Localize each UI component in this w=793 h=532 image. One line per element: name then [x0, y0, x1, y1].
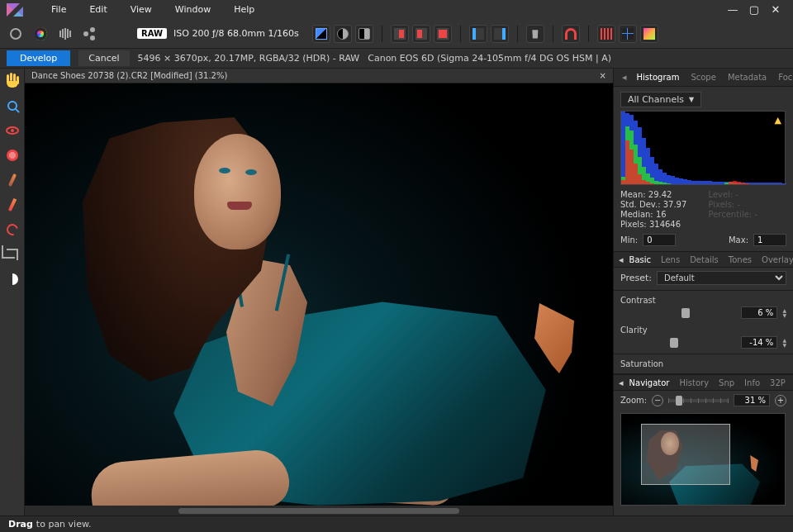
- trash-icon[interactable]: [526, 25, 544, 43]
- max-label: Max:: [729, 235, 748, 245]
- tab-lens[interactable]: Lens: [657, 254, 684, 266]
- canvas-area: Dance Shoes 20738 (2).CR2 [Modified] (31…: [25, 69, 613, 515]
- clarity-value[interactable]: [741, 336, 777, 349]
- tab-metadata[interactable]: Metadata: [723, 70, 772, 84]
- hand-tool-icon[interactable]: [4, 73, 21, 89]
- horizontal-scrollbar[interactable]: [25, 506, 613, 515]
- document-tab-label: Dance Shoes 20738 (2).CR2 [Modified] (31…: [31, 71, 227, 80]
- toolbar: RAW ISO 200 ƒ/8 68.0mm 1/160s: [0, 19, 793, 49]
- clarity-label: Clarity: [620, 325, 786, 335]
- preset-label: Preset:: [620, 273, 652, 283]
- brush-tool-icon[interactable]: [4, 172, 21, 188]
- crop-tool-icon[interactable]: [4, 246, 21, 263]
- min-input[interactable]: [643, 234, 676, 246]
- contrast-value[interactable]: [741, 306, 777, 319]
- clipping-warning-icon: ▲: [775, 115, 781, 126]
- magnet-icon[interactable]: [562, 25, 580, 43]
- menu-window[interactable]: Window: [164, 1, 222, 18]
- preset-select[interactable]: Default: [657, 271, 786, 285]
- zoom-tool-icon[interactable]: [4, 97, 21, 114]
- zoom-in-button[interactable]: +: [775, 395, 786, 406]
- raw-badge: RAW: [137, 28, 167, 39]
- step-down-icon[interactable]: ▼: [782, 313, 786, 318]
- single-view-icon[interactable]: [312, 25, 330, 43]
- split-circle-icon[interactable]: [334, 25, 352, 43]
- redeye-tool-icon[interactable]: [4, 122, 21, 139]
- tab-snp[interactable]: Snp: [715, 377, 738, 389]
- tab-navigator[interactable]: Navigator: [625, 377, 674, 389]
- tab-details[interactable]: Details: [686, 254, 723, 266]
- tab-history[interactable]: History: [675, 377, 713, 389]
- menu-edit[interactable]: Edit: [78, 1, 118, 18]
- channel-value: All Channels: [628, 94, 684, 105]
- clip-both-icon[interactable]: [434, 25, 452, 43]
- histogram-chart[interactable]: ▲: [620, 111, 786, 185]
- left-toolbox: [0, 69, 25, 515]
- zoom-out-button[interactable]: −: [652, 395, 663, 406]
- selection-tool-icon[interactable]: [4, 221, 21, 238]
- tab-scope[interactable]: Scope: [686, 70, 720, 84]
- menu-file[interactable]: File: [40, 1, 78, 18]
- navigator-thumbnail[interactable]: [620, 413, 786, 506]
- navigator-panel-tabs: ◂ Navigator History Snp Info 32P: [614, 374, 793, 391]
- cancel-button[interactable]: Cancel: [78, 50, 129, 66]
- info-bar: Develop Cancel 5496 × 3670px, 20.17MP, R…: [0, 49, 793, 69]
- overlay-brush-icon[interactable]: [4, 197, 21, 213]
- bars-icon[interactable]: [597, 25, 615, 43]
- tab-focus[interactable]: Focus: [773, 70, 793, 84]
- clip-shadow-icon[interactable]: [391, 25, 409, 43]
- develop-button[interactable]: Develop: [7, 50, 70, 66]
- panel-collapse-icon[interactable]: ◂: [619, 378, 624, 388]
- channel-dropdown[interactable]: All Channels ▼: [620, 92, 701, 107]
- status-bar: Drag to pan view.: [0, 515, 793, 532]
- menu-help[interactable]: Help: [222, 1, 266, 18]
- window-maximize-icon[interactable]: ▢: [743, 0, 765, 19]
- app-logo-icon: [7, 3, 25, 17]
- split-square-icon[interactable]: [355, 25, 373, 43]
- share-icon[interactable]: [81, 25, 99, 43]
- tab-histogram[interactable]: Histogram: [632, 70, 685, 84]
- mirror-icon[interactable]: [56, 25, 74, 43]
- tab-info[interactable]: Info: [740, 377, 764, 389]
- panel-collapse-icon[interactable]: ◂: [619, 254, 624, 265]
- menu-bar: File Edit View Window Help — ▢ ✕: [0, 0, 793, 19]
- right-panels: ◂ Histogram Scope Metadata Focus All Cha…: [613, 69, 793, 515]
- tab-32p[interactable]: 32P: [766, 377, 790, 389]
- histogram-panel-tabs: ◂ Histogram Scope Metadata Focus: [614, 69, 793, 87]
- document-tab[interactable]: Dance Shoes 20738 (2).CR2 [Modified] (31…: [25, 69, 613, 83]
- clip-highlight-icon[interactable]: [412, 25, 430, 43]
- contrast-label: Contrast: [620, 296, 786, 305]
- zoom-value[interactable]: [734, 394, 770, 406]
- status-action: Drag: [8, 519, 33, 530]
- contrast-slider[interactable]: [620, 311, 736, 315]
- panel-left-icon[interactable]: [469, 25, 487, 43]
- zoom-slider[interactable]: [668, 399, 729, 402]
- window-close-icon[interactable]: ✕: [765, 0, 786, 19]
- tab-basic[interactable]: Basic: [625, 254, 655, 266]
- grid-icon[interactable]: [619, 25, 637, 43]
- photo-content: [50, 142, 578, 506]
- develop-panel-tabs: ◂ Basic Lens Details Tones Overlays: [614, 251, 793, 268]
- tab-tones[interactable]: Tones: [724, 254, 756, 266]
- min-label: Min:: [620, 235, 638, 245]
- max-input[interactable]: [753, 234, 786, 246]
- gradient-icon[interactable]: [640, 25, 658, 43]
- tab-close-icon[interactable]: ×: [600, 71, 606, 80]
- step-down-icon[interactable]: ▼: [782, 343, 786, 348]
- panel-right-icon[interactable]: [491, 25, 509, 43]
- tab-overlays[interactable]: Overlays: [757, 254, 793, 266]
- canvas-viewport[interactable]: [25, 83, 613, 506]
- navigator-viewport-box[interactable]: [641, 424, 730, 485]
- menu-view[interactable]: View: [119, 1, 164, 18]
- shoot-info: ISO 200 ƒ/8 68.0mm 1/160s: [173, 28, 299, 39]
- blemish-tool-icon[interactable]: [4, 147, 21, 164]
- chevron-down-icon: ▼: [689, 96, 694, 103]
- persona-btn[interactable]: [7, 25, 25, 43]
- image-dimensions: 5496 × 3670px, 20.17MP, RGBA/32 (HDR) - …: [138, 53, 360, 64]
- whitebalance-tool-icon[interactable]: [4, 271, 21, 287]
- camera-meta: Canon EOS 6D (Sigma 24-105mm f/4 DG OS H…: [368, 53, 611, 64]
- clarity-slider[interactable]: [620, 341, 736, 344]
- color-swirl-icon[interactable]: [31, 25, 50, 43]
- panel-collapse-icon[interactable]: ◂: [619, 72, 630, 83]
- window-minimize-icon[interactable]: —: [722, 0, 743, 19]
